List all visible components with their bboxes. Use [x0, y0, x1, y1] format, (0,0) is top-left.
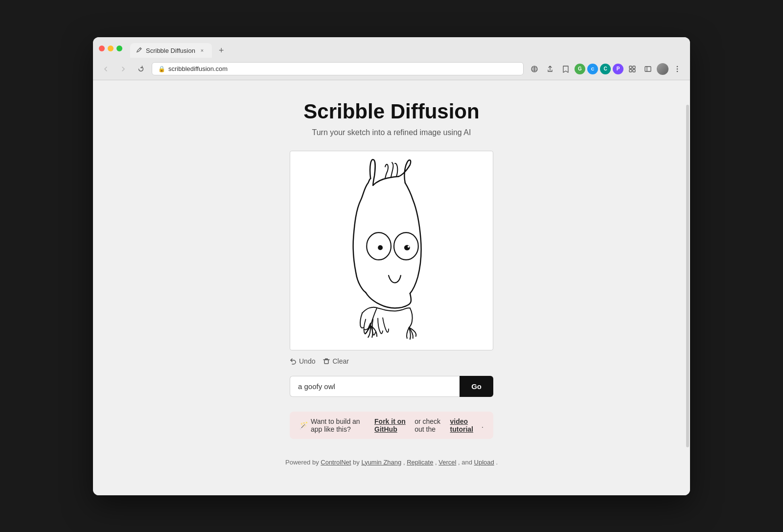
- svg-point-8: [677, 70, 678, 72]
- tab-title: Scribble Diffusion: [146, 47, 195, 54]
- banner-emoji: 🪄: [299, 421, 308, 429]
- active-tab[interactable]: Scribble Diffusion ×: [130, 43, 212, 58]
- svg-point-6: [677, 66, 678, 67]
- canvas-actions: Undo Clear: [290, 355, 349, 367]
- browser-chrome: Scribble Diffusion × + 🔒: [93, 37, 690, 80]
- undo-button[interactable]: Undo: [290, 355, 315, 367]
- svg-rect-5: [645, 67, 651, 71]
- svg-rect-3: [629, 69, 632, 72]
- prompt-row: Go: [290, 376, 493, 397]
- footer-comma1: ,: [403, 459, 405, 466]
- ext-teal-icon[interactable]: C: [600, 64, 611, 74]
- svg-point-10: [378, 245, 383, 250]
- reload-button[interactable]: [134, 62, 148, 76]
- replicate-link[interactable]: Replicate: [407, 459, 433, 466]
- banner-text-middle: or check out the: [415, 417, 447, 433]
- share-icon[interactable]: [543, 62, 557, 76]
- footer: Powered by ControlNet by Lyumin Zhang , …: [285, 459, 498, 466]
- browser-window: Scribble Diffusion × + 🔒: [93, 37, 690, 495]
- lock-icon: 🔒: [158, 66, 165, 72]
- svg-rect-1: [629, 66, 632, 69]
- url-text: scribblediffusion.com: [168, 65, 228, 72]
- owl-sketch: [290, 151, 493, 350]
- svg-rect-14: [324, 360, 328, 364]
- back-button[interactable]: [99, 62, 113, 76]
- footer-text-before: Powered by: [285, 459, 319, 466]
- traffic-lights: [99, 46, 122, 55]
- tutorial-link[interactable]: video tutorial: [450, 417, 479, 433]
- ext-blue-icon[interactable]: C: [587, 64, 598, 74]
- close-button[interactable]: [99, 46, 105, 51]
- page-content: Scribble Diffusion Turn your sketch into…: [93, 80, 690, 495]
- trash-icon: [323, 358, 330, 365]
- app-subtitle: Turn your sketch into a refined image us…: [312, 128, 471, 137]
- browser-toolbar: G C C P: [528, 62, 684, 76]
- info-banner: 🪄 Want to build an app like this? Fork i…: [290, 412, 493, 439]
- footer-text-and: , and: [458, 459, 472, 466]
- menu-icon[interactable]: [670, 62, 684, 76]
- go-button[interactable]: Go: [460, 376, 493, 397]
- extensions-icon[interactable]: [625, 62, 639, 76]
- forward-button[interactable]: [116, 62, 130, 76]
- github-link[interactable]: Fork it on GitHub: [374, 417, 412, 433]
- pencil-icon: [136, 47, 143, 54]
- drawing-canvas[interactable]: [290, 151, 493, 350]
- minimize-button[interactable]: [108, 46, 114, 51]
- translate-icon[interactable]: [528, 62, 541, 76]
- profile-avatar[interactable]: [657, 63, 668, 75]
- svg-point-7: [677, 68, 678, 69]
- clear-button[interactable]: Clear: [323, 355, 348, 367]
- lyumin-link[interactable]: Lyumin Zhang: [361, 459, 401, 466]
- footer-text-end: .: [496, 459, 498, 466]
- tab-close-button[interactable]: ×: [198, 46, 206, 54]
- banner-text-before: Want to build an app like this?: [311, 417, 371, 433]
- undo-icon: [290, 358, 297, 365]
- upload-link[interactable]: Upload: [474, 459, 494, 466]
- svg-point-12: [404, 245, 410, 250]
- svg-rect-2: [633, 66, 635, 69]
- app-title: Scribble Diffusion: [303, 100, 479, 123]
- svg-rect-4: [633, 69, 635, 72]
- footer-text-by: by: [353, 459, 360, 466]
- address-bar[interactable]: 🔒 scribblediffusion.com: [152, 62, 524, 75]
- svg-point-13: [408, 246, 410, 248]
- scrollbar[interactable]: [686, 105, 689, 447]
- sidebar-icon[interactable]: [641, 62, 655, 76]
- bookmark-icon[interactable]: [559, 62, 573, 76]
- prompt-input[interactable]: [290, 376, 460, 397]
- tab-bar: Scribble Diffusion × +: [93, 37, 690, 59]
- footer-comma2: ,: [435, 459, 437, 466]
- undo-label: Undo: [299, 357, 315, 365]
- vercel-link[interactable]: Vercel: [438, 459, 456, 466]
- ext-purple-icon[interactable]: P: [613, 64, 623, 74]
- new-tab-button[interactable]: +: [214, 42, 229, 59]
- banner-text-end: .: [482, 421, 484, 429]
- clear-label: Clear: [332, 357, 348, 365]
- maximize-button[interactable]: [116, 46, 122, 51]
- controlnet-link[interactable]: ControlNet: [321, 459, 351, 466]
- address-bar-row: 🔒 scribblediffusion.com G C C P: [93, 59, 690, 80]
- ext-green-icon[interactable]: G: [575, 64, 585, 74]
